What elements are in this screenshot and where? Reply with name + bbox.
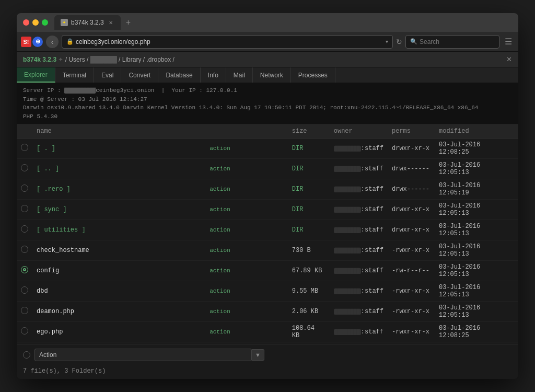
row-radio-cell[interactable] bbox=[17, 139, 32, 159]
row-radio-cell[interactable] bbox=[17, 179, 32, 200]
tab-favicon: ✦ bbox=[61, 19, 68, 26]
row-action[interactable]: action bbox=[205, 302, 288, 322]
row-radio-btn[interactable] bbox=[21, 205, 28, 212]
row-owner: ████████:staff bbox=[330, 302, 388, 322]
row-action[interactable]: action bbox=[205, 281, 288, 302]
row-action[interactable]: action bbox=[205, 200, 288, 220]
row-action[interactable]: action bbox=[205, 139, 288, 159]
row-radio-cell[interactable] bbox=[17, 281, 32, 302]
row-action[interactable]: action bbox=[205, 322, 288, 342]
row-modified: 03-Jul-2016 12:05:13 bbox=[435, 220, 518, 240]
row-action[interactable]: action bbox=[205, 179, 288, 200]
row-size: 9.55 MB bbox=[288, 281, 330, 302]
row-name[interactable]: check_hostname bbox=[32, 240, 205, 261]
row-action[interactable]: action bbox=[205, 159, 288, 179]
row-modified: 03-Jul-2016 12:05:13 bbox=[435, 281, 518, 302]
row-size: DIR bbox=[288, 200, 330, 220]
tab-explorer[interactable]: Explorer bbox=[17, 67, 55, 83]
breadcrumb-path: / Users / ██████ / Library / .dropbox / bbox=[65, 56, 175, 63]
search-bar[interactable]: 🔍 bbox=[405, 35, 499, 49]
row-perms: drwxr-xr-x bbox=[388, 200, 435, 220]
row-radio-cell[interactable] bbox=[17, 220, 32, 240]
col-perms-header: perms bbox=[388, 124, 435, 139]
row-radio-cell[interactable] bbox=[17, 322, 32, 342]
row-owner: ████████:staff bbox=[330, 240, 388, 261]
menu-button[interactable]: ☰ bbox=[503, 34, 514, 49]
row-radio-btn[interactable] bbox=[21, 144, 28, 151]
tab-processes[interactable]: Processes bbox=[291, 67, 335, 83]
row-perms: drwx------ bbox=[388, 159, 435, 179]
col-select bbox=[17, 124, 32, 139]
select-all-radio[interactable] bbox=[23, 351, 30, 359]
row-radio-btn[interactable] bbox=[21, 307, 28, 314]
url-bar[interactable]: 🔒 ceinbeg3yci.onion/ego.php ▾ bbox=[62, 35, 393, 49]
row-name[interactable]: ego.php bbox=[32, 322, 205, 342]
tab-close-button[interactable]: ✕ bbox=[107, 19, 114, 26]
row-name[interactable]: [ . ] bbox=[32, 139, 205, 159]
back-button[interactable]: ‹ bbox=[46, 36, 59, 48]
row-radio-btn[interactable] bbox=[21, 185, 28, 192]
row-radio-btn[interactable] bbox=[21, 327, 28, 335]
row-size: 67.89 KB bbox=[288, 261, 330, 281]
row-modified: 03-Jul-2016 12:08:25 bbox=[435, 139, 518, 159]
minimize-button[interactable] bbox=[32, 19, 39, 26]
action-select-wrapper: ActionDeleteCopyMoveRenameDownloadEdit ▼ bbox=[34, 349, 264, 361]
row-modified: 03-Jul-2016 12:08:25 bbox=[435, 322, 518, 342]
tab-convert[interactable]: Convert bbox=[121, 67, 158, 83]
row-action[interactable]: action bbox=[205, 261, 288, 281]
select-arrow-icon: ▼ bbox=[252, 349, 264, 361]
row-size: DIR bbox=[288, 179, 330, 200]
breadcrumb-close-button[interactable]: ✕ bbox=[506, 55, 512, 63]
row-name[interactable]: [ .. ] bbox=[32, 159, 205, 179]
row-radio-cell[interactable] bbox=[17, 302, 32, 322]
close-button[interactable] bbox=[23, 19, 29, 26]
row-radio-btn[interactable] bbox=[21, 246, 28, 253]
row-perms: -rw-r--r-- bbox=[388, 261, 435, 281]
maximize-button[interactable] bbox=[42, 19, 48, 26]
tab-eval[interactable]: Eval bbox=[94, 67, 121, 83]
action-select[interactable]: ActionDeleteCopyMoveRenameDownloadEdit bbox=[34, 349, 252, 361]
row-radio-cell[interactable] bbox=[17, 261, 32, 281]
row-name[interactable]: deamon.php bbox=[32, 302, 205, 322]
tab-network[interactable]: Network bbox=[253, 67, 291, 83]
row-radio-btn[interactable] bbox=[21, 266, 28, 273]
row-name[interactable]: [ sync ] bbox=[32, 200, 205, 220]
reload-button[interactable]: ↻ bbox=[396, 38, 402, 46]
row-owner: ████████:staff bbox=[330, 139, 388, 159]
row-radio-btn[interactable] bbox=[21, 164, 28, 171]
app-name: b374k 3.2.3 bbox=[23, 56, 56, 63]
row-radio-cell[interactable] bbox=[17, 240, 32, 261]
row-size: 2.06 KB bbox=[288, 302, 330, 322]
row-name[interactable]: dbd bbox=[32, 281, 205, 302]
row-radio-cell[interactable] bbox=[17, 200, 32, 220]
url-dropdown-icon[interactable]: ▾ bbox=[386, 39, 388, 44]
row-owner: ████████:staff bbox=[330, 220, 388, 240]
row-size: DIR bbox=[288, 220, 330, 240]
row-action[interactable]: action bbox=[205, 220, 288, 240]
table-row: [ utilities ]actionDIR████████:staffdrwx… bbox=[17, 220, 518, 240]
row-name[interactable]: [ utilities ] bbox=[32, 220, 205, 240]
row-modified: 03-Jul-2016 12:05:13 bbox=[435, 302, 518, 322]
table-row: check_hostnameaction730 B████████:staff-… bbox=[17, 240, 518, 261]
row-name[interactable]: [ .rero ] bbox=[32, 179, 205, 200]
server-info-line-4: PHP 5.4.30 bbox=[23, 112, 512, 121]
row-radio-cell[interactable] bbox=[17, 159, 32, 179]
tab-database[interactable]: Database bbox=[158, 67, 200, 83]
address-bar: S! ⊕ ‹ 🔒 ceinbeg3yci.onion/ego.php ▾ ↻ 🔍… bbox=[17, 32, 518, 52]
file-summary: 7 file(s), 3 Folder(s) bbox=[23, 367, 106, 375]
row-name[interactable]: config bbox=[32, 261, 205, 281]
row-action[interactable]: action bbox=[205, 240, 288, 261]
search-input[interactable] bbox=[420, 38, 495, 45]
row-radio-btn[interactable] bbox=[21, 225, 28, 233]
row-radio-btn[interactable] bbox=[21, 286, 28, 294]
browser-tab[interactable]: ✦ b374k 3.2.3 ✕ bbox=[54, 15, 121, 30]
row-size: 730 B bbox=[288, 240, 330, 261]
server-info-line-3: Darwin osx10.9.shared 13.4.0 Darwin Kern… bbox=[23, 103, 512, 112]
tab-mail[interactable]: Mail bbox=[226, 67, 253, 83]
new-tab-button[interactable]: + bbox=[123, 18, 134, 27]
tab-info[interactable]: Info bbox=[201, 67, 226, 83]
tab-terminal[interactable]: Terminal bbox=[55, 67, 94, 83]
col-action-header bbox=[205, 124, 288, 139]
col-size-header: size bbox=[288, 124, 330, 139]
row-modified: 03-Jul-2016 12:05:13 bbox=[435, 261, 518, 281]
